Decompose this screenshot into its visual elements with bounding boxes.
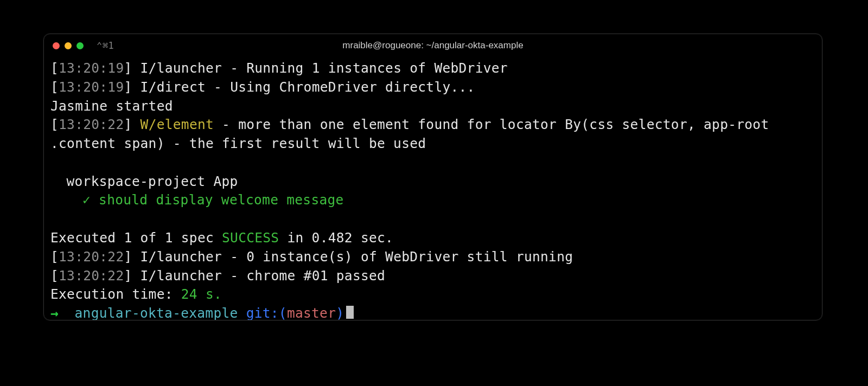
log-line: [13:20:22] I/launcher - chrome #01 passe… [50, 267, 815, 286]
prompt-directory: angular-okta-example [75, 305, 238, 320]
prompt-arrow-icon: → [50, 305, 59, 320]
app-stage: ⌃⌘1 mraible@rogueone: ~/angular-okta-exa… [0, 0, 868, 386]
execution-time: Execution time: 24 s. [50, 285, 815, 304]
git-close: ) [336, 305, 344, 320]
summary-line: Executed 1 of 1 spec SUCCESS in 0.482 se… [50, 229, 815, 248]
minimize-icon[interactable] [65, 42, 72, 49]
close-icon[interactable] [53, 42, 60, 49]
cursor-icon [346, 306, 354, 319]
window-title: mraible@rogueone: ~/angular-okta-example [44, 40, 822, 51]
log-line: [13:20:22] W/element - more than one ele… [50, 115, 815, 153]
test-result: ✓ should display welcome message [50, 191, 815, 210]
log-line: Jasmine started [50, 97, 815, 116]
window-titlebar: ⌃⌘1 mraible@rogueone: ~/angular-okta-exa… [44, 34, 822, 57]
blank-line [50, 210, 815, 229]
maximize-icon[interactable] [76, 42, 84, 49]
blank-line [50, 153, 815, 172]
log-line: [13:20:22] I/launcher - 0 instance(s) of… [50, 248, 815, 267]
log-line: [13:20:19] I/direct - Using ChromeDriver… [50, 78, 815, 97]
terminal-window: ⌃⌘1 mraible@rogueone: ~/angular-okta-exa… [43, 34, 822, 320]
git-label: git:( [246, 305, 287, 320]
log-line: [13:20:19] I/launcher - Running 1 instan… [50, 59, 815, 78]
terminal-output[interactable]: [13:20:19] I/launcher - Running 1 instan… [44, 57, 822, 320]
shell-prompt[interactable]: →angular-okta-example git:(master) [50, 304, 815, 320]
tab-shortcut: ⌃⌘1 [97, 40, 114, 51]
checkmark-icon: ✓ [82, 192, 99, 208]
suite-name: workspace-project App [50, 172, 815, 191]
traffic-lights [53, 42, 84, 49]
git-branch: master [287, 305, 336, 320]
